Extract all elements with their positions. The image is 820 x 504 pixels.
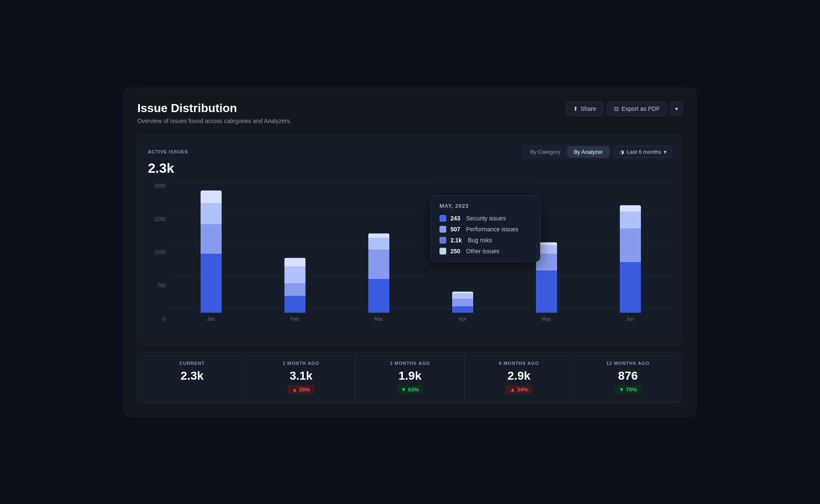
x-label-apr: Apr <box>458 316 466 322</box>
chart-header: ACTIVE ISSUES By Category By Analyzer ◑ … <box>148 145 672 159</box>
bar-group-jan[interactable]: Jan <box>198 190 224 322</box>
tooltip-swatch <box>439 215 446 222</box>
active-issues-value: 2.3k <box>148 161 672 176</box>
bar-segment <box>284 296 305 313</box>
bar-group-apr[interactable]: Apr <box>450 292 475 322</box>
y-label-3000: 3000 <box>154 183 166 189</box>
bars-container: JanFebMarAprMayJun MAY, 2023 243 Securit… <box>169 183 672 322</box>
y-label-2250: 2250 <box>154 216 166 222</box>
stat-cell-current: CURRENT2.3k <box>138 352 247 402</box>
stat-cell-6-months-ago: 6 MONTHS AGO2.9k▲ 34% <box>465 352 574 402</box>
page-title: Issue Distribution <box>137 102 292 115</box>
more-options-button[interactable]: ▾ <box>670 102 683 116</box>
stat-value: 2.3k <box>146 369 238 383</box>
share-button[interactable]: ⬆ Share <box>566 102 603 116</box>
tooltip-item-value: 250 <box>450 248 460 255</box>
tooltip-item-label: Security issues <box>466 215 506 222</box>
bar-group-mar[interactable]: Mar <box>366 233 391 322</box>
tooltip-title: MAY, 2023 <box>439 203 531 209</box>
bar-segment <box>201 190 222 203</box>
stat-label: 1 MONTH AGO <box>255 361 347 366</box>
stat-badge: ▼ 63% <box>397 385 423 394</box>
x-label-feb: Feb <box>290 316 299 322</box>
bar-segment <box>368 233 389 238</box>
stat-badge: ▲ 34% <box>506 385 532 394</box>
chart-tooltip: MAY, 2023 243 Security issues 507 Perfor… <box>431 196 540 262</box>
stat-label: 12 MONTHS AGO <box>582 361 674 366</box>
bar-segment <box>452 306 473 313</box>
dashboard: Issue Distribution Overview of issues fo… <box>123 88 697 417</box>
bar-segment <box>620 228 641 262</box>
tooltip-item: 507 Performance issues <box>439 226 531 233</box>
tooltip-item-value: 243 <box>450 215 460 222</box>
bar-segment <box>620 212 641 228</box>
bar-segment <box>284 283 305 296</box>
tooltip-item: 2.1k Bug risks <box>439 237 531 244</box>
bar-group-feb[interactable]: Feb <box>282 258 308 322</box>
tooltip-items: 243 Security issues 507 Performance issu… <box>439 215 531 255</box>
y-label-1500: 1500 <box>154 249 166 255</box>
chevron-down-icon: ▾ <box>675 105 678 112</box>
arrow-up-icon: ▲ <box>510 386 515 393</box>
view-tab-group: By Category By Analyzer <box>522 145 611 159</box>
x-label-jun: Jun <box>626 316 634 322</box>
bar-segment <box>284 258 305 266</box>
export-icon: ⊟ <box>614 105 619 112</box>
page-subtitle: Overview of issues found across categori… <box>137 118 292 124</box>
y-label-0: 0 <box>163 316 166 322</box>
bar-segment <box>201 224 222 254</box>
export-button[interactable]: ⊟ Export as PDF <box>607 102 667 116</box>
stat-cell-12-months-ago: 12 MONTHS AGO876▼ 70% <box>573 352 682 402</box>
bar-segment <box>284 266 305 283</box>
stat-cell-1-month-ago: 1 MONTH AGO3.1k▲ 26% <box>247 352 356 402</box>
bar-segment <box>368 279 389 313</box>
stats-row: CURRENT2.3k1 MONTH AGO3.1k▲ 26%3 MONTHS … <box>137 352 683 403</box>
tooltip-item-value: 507 <box>450 226 460 233</box>
tooltip-swatch <box>439 237 446 244</box>
tooltip-item: 243 Security issues <box>439 215 531 222</box>
tooltip-swatch <box>439 226 446 233</box>
y-label-750: 750 <box>157 283 166 289</box>
page-header: Issue Distribution Overview of issues fo… <box>137 102 683 124</box>
share-icon: ⬆ <box>573 105 578 112</box>
y-axis: 0 750 1500 2250 3000 <box>148 183 169 322</box>
x-label-may: May <box>541 316 551 322</box>
tab-by-category[interactable]: By Category <box>523 146 567 158</box>
bar-segment <box>368 249 389 279</box>
arrow-down-icon: ▼ <box>401 386 407 393</box>
bar-segment <box>368 238 389 249</box>
active-issues-label: ACTIVE ISSUES <box>148 149 188 154</box>
grid-line-3000 <box>169 183 672 183</box>
bar-segment <box>536 271 557 313</box>
chart-area: 0 750 1500 2250 3000 JanFebMarAprMayJun <box>148 183 672 335</box>
tab-by-analyzer[interactable]: By Analyzer <box>567 146 610 158</box>
chevron-down-icon: ▾ <box>664 149 667 155</box>
stat-value: 876 <box>582 369 674 383</box>
stat-label: CURRENT <box>146 361 238 366</box>
header-left: Issue Distribution Overview of issues fo… <box>137 102 292 124</box>
time-period-selector[interactable]: ◑ Last 6 months ▾ <box>614 146 672 158</box>
tooltip-item-value: 2.1k <box>450 237 462 244</box>
bar-segment <box>452 299 473 306</box>
bars-row: JanFebMarAprMayJun <box>169 196 672 322</box>
header-actions: ⬆ Share ⊟ Export as PDF ▾ <box>566 102 683 116</box>
stat-badge: ▲ 26% <box>288 385 314 394</box>
stat-value: 3.1k <box>255 369 347 383</box>
arrow-up-icon: ▲ <box>292 386 297 393</box>
tooltip-swatch <box>439 248 446 255</box>
stat-value: 1.9k <box>364 369 456 383</box>
stat-value: 2.9k <box>473 369 565 383</box>
bar-segment <box>452 293 473 299</box>
bar-segment <box>201 203 222 224</box>
bar-segment <box>620 205 641 212</box>
stat-badge: ▼ 70% <box>615 385 641 394</box>
bar-group-jun[interactable]: Jun <box>618 205 643 322</box>
stat-cell-3-months-ago: 3 MONTHS AGO1.9k▼ 63% <box>356 352 465 402</box>
x-label-jan: Jan <box>207 316 215 322</box>
bar-segment <box>620 262 641 313</box>
x-label-mar: Mar <box>374 316 383 322</box>
tooltip-item-label: Bug risks <box>468 237 492 244</box>
clock-icon: ◑ <box>619 149 624 155</box>
tooltip-item-label: Other issues <box>466 248 499 255</box>
chart-controls: By Category By Analyzer ◑ Last 6 months … <box>522 145 672 159</box>
